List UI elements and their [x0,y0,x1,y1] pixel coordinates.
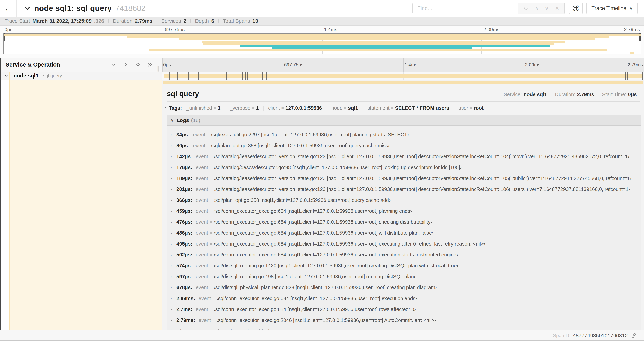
tag-item[interactable]: _unfinished=1 [186,105,220,111]
log-expand-chevron-icon[interactable]: › [170,187,176,192]
summary-value: March 31 2022, 17:25:09 [32,18,92,24]
log-expand-chevron-icon[interactable]: › [170,220,176,225]
log-row[interactable]: ›2.7ms:event=‹sql/conn_executor_exec.go:… [170,304,641,315]
log-row[interactable]: ›176μs:event=‹sql/catalog/descs/descript… [170,162,641,173]
log-row[interactable]: ›502μs:event=‹sql/conn_executor_exec.go:… [170,249,641,260]
equals-sign: = [210,285,212,290]
deep-link-icon[interactable] [631,333,637,338]
log-timestamp: 459μs: [176,208,192,214]
tags-expand-chevron-icon[interactable]: › [165,105,166,111]
span-duration-bar[interactable] [164,74,642,78]
tags-section[interactable]: › Tags: _unfinished=1_verbose=1client=12… [162,102,644,111]
tag-divider [326,106,327,111]
log-expand-chevron-icon[interactable]: › [170,176,176,181]
log-row[interactable]: ›495μs:event=‹sql/conn_executor_exec.go:… [170,238,641,249]
equals-sign: = [210,165,212,170]
log-row[interactable]: ›459μs:event=‹sql/conn_executor_exec.go:… [170,206,641,217]
span-name-cell[interactable]: node sql1 sql query [0,72,162,80]
expand-one-icon[interactable] [123,62,128,67]
log-expand-chevron-icon[interactable]: › [170,241,176,246]
log-expand-chevron-icon[interactable]: › [170,154,176,159]
log-row[interactable]: ›597μs:event=‹sql/distsql_running.go:498… [170,271,641,282]
log-field-value: ‹sql/catalog/descs/descriptor.go:98 [nsq… [214,165,462,170]
meta-value: node sql1 [524,92,547,97]
log-expand-chevron-icon[interactable]: › [170,307,176,312]
collapse-controls [111,62,153,67]
span-row[interactable]: node sql1 sql query [0,72,644,80]
collapse-all-icon[interactable] [136,62,140,67]
log-field-value: ‹sql/catalog/lease/descriptor_version_st… [214,186,630,192]
log-timestamp: 176μs: [176,165,192,170]
log-row[interactable]: ›486μs:event=‹sql/conn_executor_exec.go:… [170,227,641,238]
log-row[interactable]: ›142μs:event=‹sql/catalog/lease/descript… [170,151,641,162]
log-expand-chevron-icon[interactable]: › [170,143,176,148]
summary-value: 6 [212,18,214,24]
summary-label: Services [161,18,181,24]
log-row[interactable]: ›2.69ms:event=‹sql/conn_executor_exec.go… [170,293,641,304]
log-field-value: ‹sql/catalog/lease/descriptor_version_st… [214,154,630,159]
tag-item[interactable]: _verbose=1 [230,105,259,111]
tag-item[interactable]: client=127.0.0.1:59936 [268,105,322,111]
log-field-value: ‹sql/plan_opt.go:358 [nsql1,client=127.0… [211,143,390,149]
log-row[interactable]: ›366μs:event=‹sql/plan_opt.go:358 [nsql1… [170,195,641,206]
trace-view-selector[interactable]: Trace Timeline ∨ [586,3,638,14]
span-bar-cell[interactable] [162,72,644,80]
equals-sign: = [344,106,346,111]
log-expand-chevron-icon[interactable]: › [170,318,176,323]
summary-item: Trace StartMarch 31 2022, 17:25:09.326 [4,18,104,24]
collapse-one-icon[interactable] [111,62,116,67]
log-marker-tick [625,72,626,80]
tag-value: SELECT * FROM users [395,105,449,111]
span-collapse-chevron-icon[interactable] [4,74,8,78]
find-prev-icon[interactable]: ∧ [535,5,538,12]
log-expand-chevron-icon[interactable]: › [170,198,176,203]
log-marker-tick [188,72,188,80]
ruler-tick-label: 2.09ms [525,62,540,68]
log-row[interactable]: ›574μs:event=‹sql/distsql_running.go:142… [170,260,641,271]
expand-all-icon[interactable] [148,62,153,67]
log-row[interactable]: ›189μs:event=‹sql/catalog/lease/descript… [170,173,641,184]
column-resizer-handle[interactable]: ∥ [157,66,160,72]
log-row[interactable]: ›80μs:event=‹sql/plan_opt.go:358 [nsql1,… [170,140,641,151]
log-row[interactable]: ›201μs:event=‹sql/catalog/lease/descript… [170,184,641,195]
log-timestamp: 366μs: [176,197,192,203]
log-field-key: event [196,252,208,258]
equals-sign: = [210,187,212,192]
tag-value: 127.0.0.1:59936 [286,105,322,111]
equals-sign: = [212,296,215,301]
log-expand-chevron-icon[interactable]: › [170,132,176,137]
log-row[interactable]: ›678μs:event=‹sql/distsql_physical_plann… [170,282,641,293]
log-expand-chevron-icon[interactable]: › [170,209,176,214]
tag-item[interactable]: statement=SELECT * FROM users [367,105,449,111]
logs-collapse-chevron-icon[interactable]: ∨ [170,118,174,123]
log-row[interactable]: ›2.79ms:event=‹sql/conn_executor_exec.go… [170,315,641,326]
spanid-label: SpanID: [553,333,570,338]
log-field-key: event [196,285,208,290]
find-input[interactable] [413,3,518,14]
log-expand-chevron-icon[interactable]: › [170,165,176,170]
log-expand-chevron-icon[interactable]: › [170,296,176,301]
log-expand-chevron-icon[interactable]: › [170,263,176,268]
log-expand-chevron-icon[interactable]: › [170,231,176,235]
focus-icon[interactable] [523,6,528,11]
log-expand-chevron-icon[interactable]: › [170,274,176,279]
minimap-span-bar [202,41,565,43]
find-next-icon[interactable]: ∨ [545,5,548,12]
span-detail-title: sql query [167,90,199,98]
log-marker-tick [280,72,280,80]
log-expand-chevron-icon[interactable]: › [170,252,176,257]
log-expand-chevron-icon[interactable]: › [170,285,176,290]
tag-item[interactable]: user=root [458,105,484,111]
log-row[interactable]: ›34μs:event=‹sql/exec_util.go:2297 [nsql… [170,129,641,140]
collapse-header-chevron-icon[interactable] [24,5,30,12]
summary-item: Duration2.79ms [113,18,152,24]
log-marker-tick [248,72,249,80]
log-row[interactable]: ›476μs:event=‹sql/conn_executor_exec.go:… [170,217,641,227]
find-clear-icon[interactable]: ✕ [555,5,559,12]
keyboard-shortcuts-button[interactable]: ⌘ [569,3,583,14]
logs-header[interactable]: ∨ Logs (18) [167,115,641,126]
back-button[interactable]: ← [0,0,16,17]
tag-item[interactable]: node=sql1 [331,105,358,111]
log-marker-tick [247,72,248,80]
timeline-minimap[interactable] [3,33,641,54]
